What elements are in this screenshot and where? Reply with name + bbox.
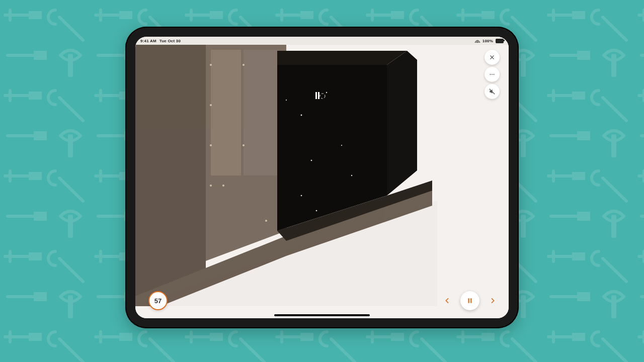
pause-button[interactable]	[460, 291, 479, 310]
assembly-viewer[interactable]: 57	[135, 45, 509, 318]
svg-marker-1	[135, 201, 437, 306]
svg-point-14	[222, 185, 224, 187]
svg-point-13	[265, 220, 267, 222]
svg-point-10	[210, 185, 212, 187]
step-number: 57	[154, 297, 162, 305]
svg-point-25	[351, 175, 352, 176]
close-icon	[489, 54, 496, 61]
svg-rect-5	[244, 50, 279, 175]
svg-rect-34	[468, 298, 469, 303]
svg-marker-17	[277, 65, 387, 231]
wifi-icon	[475, 39, 480, 43]
svg-point-19	[301, 115, 302, 116]
step-number-badge[interactable]: 57	[148, 291, 168, 310]
svg-point-20	[326, 92, 327, 93]
tablet-frame: 9:41 AM Tue Oct 30 100%	[125, 27, 519, 328]
svg-point-22	[341, 145, 342, 146]
svg-point-9	[210, 144, 212, 146]
status-date: Tue Oct 30	[159, 39, 181, 43]
svg-point-12	[243, 144, 245, 146]
status-battery-pct: 100%	[482, 39, 493, 43]
battery-icon	[496, 39, 504, 43]
svg-point-21	[311, 160, 312, 161]
status-time: 9:41 AM	[140, 39, 156, 43]
svg-point-24	[286, 100, 287, 101]
svg-point-31	[492, 74, 493, 75]
pause-icon	[466, 297, 473, 304]
svg-point-8	[210, 104, 212, 106]
svg-marker-16	[387, 51, 417, 196]
svg-point-7	[210, 64, 212, 66]
home-indicator[interactable]	[274, 314, 370, 316]
chevron-left-icon	[443, 297, 451, 305]
furniture-3d-scene	[135, 45, 437, 306]
svg-marker-18	[277, 180, 432, 241]
status-bar: 9:41 AM Tue Oct 30 100%	[135, 37, 509, 45]
more-icon	[489, 71, 496, 78]
svg-rect-35	[470, 298, 471, 303]
svg-point-32	[494, 74, 495, 75]
svg-rect-27	[315, 92, 317, 99]
svg-marker-2	[135, 45, 206, 306]
chevron-right-icon	[489, 297, 497, 305]
svg-point-30	[490, 74, 491, 75]
svg-point-26	[316, 210, 317, 212]
tablet-screen: 9:41 AM Tue Oct 30 100%	[135, 37, 509, 318]
svg-marker-15	[277, 51, 407, 65]
svg-marker-3	[206, 45, 286, 261]
more-options-button[interactable]	[485, 67, 500, 82]
next-step-button[interactable]	[486, 294, 500, 308]
close-button[interactable]	[485, 50, 500, 65]
desktop-wallpaper: 9:41 AM Tue Oct 30 100%	[0, 0, 644, 362]
svg-rect-4	[211, 50, 241, 175]
mute-button[interactable]	[485, 84, 500, 99]
mute-icon	[489, 88, 496, 95]
svg-point-11	[243, 64, 245, 66]
svg-rect-28	[318, 92, 319, 99]
svg-point-23	[301, 195, 302, 197]
svg-marker-6	[135, 186, 432, 306]
prev-step-button[interactable]	[440, 294, 454, 308]
svg-point-29	[320, 94, 325, 99]
playback-controls	[440, 291, 500, 310]
